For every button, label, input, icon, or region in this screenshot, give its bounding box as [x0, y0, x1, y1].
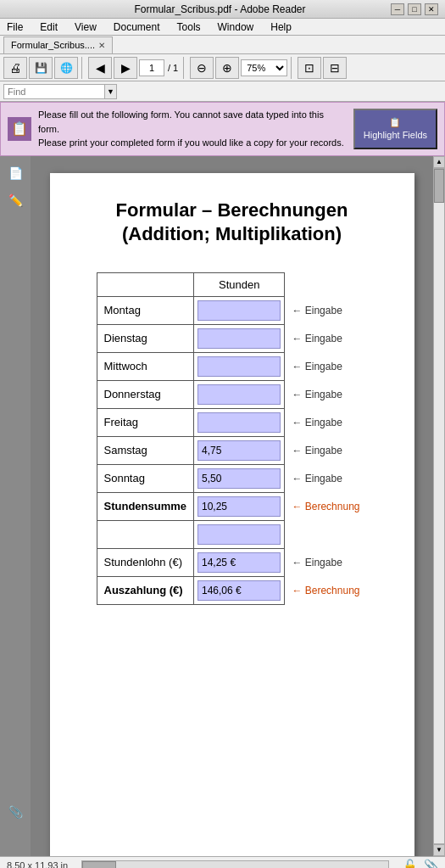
row-field-5[interactable] [194, 436, 285, 464]
menu-view[interactable]: View [71, 20, 100, 35]
row-input-3[interactable] [197, 384, 281, 405]
highlight-fields-icon: 📋 [389, 117, 401, 128]
sidebar-edit-icon[interactable]: ✏️ [5, 190, 25, 210]
zoom-select[interactable]: 75% 50% 100% 125% [241, 59, 287, 76]
next-page-button[interactable]: ▶ [114, 57, 137, 79]
title-bar-controls: ─ □ ✕ [391, 3, 438, 15]
save-button[interactable]: 💾 [29, 57, 53, 79]
row-input-5[interactable] [197, 440, 281, 461]
toolbar-separator-2 [183, 57, 186, 79]
row-arrow-7: ← Berechnung [285, 492, 367, 520]
maximize-button[interactable]: □ [408, 3, 421, 15]
find-bar: ▼ [0, 81, 445, 102]
zoom-out-button[interactable]: ⊖ [190, 57, 214, 79]
find-input[interactable] [3, 84, 105, 99]
row-arrow-10: ← Berechnung [285, 576, 367, 604]
row-label-9: Stundenlohn (€) [97, 548, 194, 576]
row-label-5: Samstag [97, 436, 194, 464]
row-arrow-8 [285, 520, 367, 548]
horizontal-scrollbar-thumb[interactable] [82, 861, 116, 868]
sidebar-page-icon[interactable]: 📄 [5, 163, 25, 183]
fit-page-button[interactable]: ⊡ [298, 57, 321, 79]
row-arrow-2: ← Eingabe [285, 352, 367, 380]
row-input-9[interactable] [197, 552, 281, 573]
email-button[interactable]: 🌐 [54, 57, 78, 79]
row-label-0: Montag [97, 296, 194, 324]
row-input-8[interactable] [197, 524, 281, 545]
table-header-label [97, 272, 194, 296]
status-icon-2: 📎 [424, 859, 438, 868]
menu-help[interactable]: Help [267, 20, 295, 35]
fit-width-button[interactable]: ⊟ [323, 57, 347, 79]
row-label-10: Auszahlung (€) [97, 576, 194, 604]
pdf-title: Formular – Berechnungen(Addition; Multip… [84, 199, 381, 247]
row-field-8[interactable] [194, 520, 285, 548]
row-input-4[interactable] [197, 412, 281, 433]
row-field-6[interactable] [194, 464, 285, 492]
row-input-2[interactable] [197, 356, 281, 377]
page-dimensions: 8,50 x 11,93 in [7, 860, 68, 868]
form-icon: 📋 [11, 120, 28, 137]
prev-page-button[interactable]: ◀ [88, 57, 112, 79]
right-scrollbar[interactable]: ▲ ▼ [433, 156, 445, 856]
row-arrow-3: ← Eingabe [285, 380, 367, 408]
close-button[interactable]: ✕ [425, 3, 438, 15]
page-number-input[interactable] [139, 59, 164, 76]
row-label-8 [97, 520, 194, 548]
form-table: Stunden Montag← EingabeDienstag← Eingabe… [97, 272, 368, 605]
row-field-9[interactable] [194, 548, 285, 576]
toolbar-separator-3 [291, 57, 294, 79]
row-field-10[interactable] [194, 576, 285, 604]
row-input-10[interactable] [197, 580, 281, 601]
find-dropdown-button[interactable]: ▼ [105, 84, 117, 99]
row-label-2: Mittwoch [97, 352, 194, 380]
menu-document[interactable]: Document [110, 20, 164, 35]
row-input-7[interactable] [197, 496, 281, 517]
menu-edit[interactable]: Edit [36, 20, 61, 35]
left-sidebar: 📄 ✏️ 📎 [0, 156, 31, 856]
notification-icon: 📋 [8, 117, 31, 141]
row-field-7[interactable] [194, 492, 285, 520]
table-row: Samstag← Eingabe [97, 436, 367, 464]
table-row: Stundensumme← Berechnung [97, 492, 367, 520]
row-label-7: Stundensumme [97, 492, 194, 520]
tab-close-button[interactable]: ✕ [98, 41, 105, 50]
minimize-button[interactable]: ─ [391, 3, 404, 15]
table-header-stunden: Stunden [194, 272, 285, 296]
scroll-up-button[interactable]: ▲ [433, 156, 445, 168]
table-row: Donnerstag← Eingabe [97, 380, 367, 408]
table-header-arrow [285, 272, 367, 296]
row-input-1[interactable] [197, 328, 281, 349]
print-button[interactable]: 🖨 [3, 57, 27, 79]
row-field-1[interactable] [194, 324, 285, 352]
scrollbar-track[interactable] [433, 168, 445, 844]
highlight-fields-button[interactable]: 📋 Highlight Fields [353, 109, 437, 149]
row-field-0[interactable] [194, 296, 285, 324]
row-field-2[interactable] [194, 352, 285, 380]
menu-tools[interactable]: Tools [174, 20, 204, 35]
email-icon: 🌐 [60, 62, 73, 74]
scroll-down-button[interactable]: ▼ [433, 844, 445, 856]
horizontal-scrollbar[interactable] [81, 860, 389, 868]
document-tab[interactable]: Formular_Scribus.... ✕ [3, 36, 113, 53]
row-label-1: Dienstag [97, 324, 194, 352]
zoom-in-button[interactable]: ⊕ [215, 57, 239, 79]
row-label-4: Freitag [97, 408, 194, 436]
pdf-page: Formular – Berechnungen(Addition; Multip… [50, 173, 414, 856]
menu-window[interactable]: Window [214, 20, 258, 35]
scrollbar-thumb[interactable] [434, 169, 444, 203]
row-input-6[interactable] [197, 468, 281, 489]
print-icon: 🖨 [9, 61, 21, 75]
row-input-0[interactable] [197, 300, 281, 321]
tab-label: Formular_Scribus.... [11, 40, 95, 50]
table-row: Sonntag← Eingabe [97, 464, 367, 492]
status-icon-1: 🔓 [403, 859, 417, 868]
sidebar-attach-icon[interactable]: 📎 [5, 802, 25, 822]
toolbar-separator-1 [81, 57, 85, 79]
highlight-fields-label: Highlight Fields [364, 130, 427, 140]
menu-file[interactable]: File [3, 20, 26, 35]
row-field-3[interactable] [194, 380, 285, 408]
row-field-4[interactable] [194, 408, 285, 436]
table-row: Montag← Eingabe [97, 296, 367, 324]
row-arrow-6: ← Eingabe [285, 464, 367, 492]
